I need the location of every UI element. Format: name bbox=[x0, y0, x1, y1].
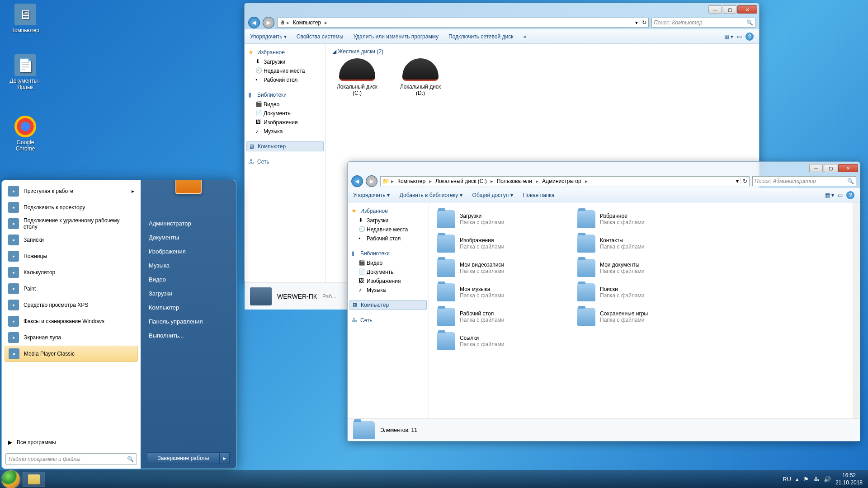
dropdown-icon[interactable]: ▾ bbox=[635, 19, 638, 26]
flag-icon[interactable]: ⚑ bbox=[803, 476, 809, 483]
start-item[interactable]: ▪Paint bbox=[5, 281, 138, 297]
folder-item[interactable]: ИзбранноеПапка с файлами bbox=[576, 207, 716, 231]
refresh-icon[interactable]: ↻ bbox=[640, 19, 646, 26]
all-programs[interactable]: ▶ Все программы bbox=[5, 434, 138, 450]
minimize-button[interactable]: — bbox=[708, 5, 722, 14]
drive-c[interactable]: Локальный диск (C:) bbox=[332, 58, 382, 96]
desktop-icon-documents[interactable]: 📄 Документы - Ярлык bbox=[8, 54, 42, 90]
preview-pane-icon[interactable]: ▭ bbox=[838, 192, 843, 198]
scrollbar[interactable] bbox=[853, 202, 860, 418]
folder-item[interactable]: СсылкиПапка с файлами bbox=[435, 329, 576, 353]
breadcrumb[interactable]: Пользователи bbox=[495, 178, 534, 184]
toolbar-overflow[interactable]: » bbox=[523, 33, 526, 40]
start-item[interactable]: ▪Ножницы bbox=[5, 248, 138, 264]
start-item[interactable]: ▪Подключение к удаленному рабочему столу bbox=[5, 216, 138, 232]
toolbar-newfolder[interactable]: Новая папка bbox=[523, 192, 555, 198]
minimize-button[interactable]: — bbox=[809, 164, 823, 172]
user-avatar[interactable] bbox=[175, 180, 202, 194]
start-right-item[interactable]: Панель управления bbox=[147, 314, 230, 328]
folder-item[interactable]: Моя музыкаПапка с файлами bbox=[435, 280, 576, 305]
sidebar-favorites[interactable]: ★Избранное bbox=[245, 47, 326, 57]
language-indicator[interactable]: RU bbox=[783, 476, 791, 483]
toolbar-mapdrive[interactable]: Подключить сетевой диск bbox=[448, 33, 513, 40]
breadcrumb[interactable]: Компьютер bbox=[396, 178, 427, 184]
sidebar-item-pictures[interactable]: 🖼Изображения bbox=[245, 118, 326, 127]
breadcrumb[interactable]: Компьютер bbox=[291, 19, 323, 26]
address-field[interactable]: 🖥 ▸ Компьютер ▸ ▾ ↻ bbox=[277, 18, 649, 28]
folder-item[interactable]: Мои видеозаписиПапка с файлами bbox=[435, 256, 576, 280]
start-item[interactable]: ▪Media Player Classic bbox=[5, 346, 138, 362]
refresh-icon[interactable]: ↻ bbox=[741, 178, 747, 184]
folder-item[interactable]: Сохраненные игрыПапка с файлами bbox=[576, 305, 716, 329]
start-right-item[interactable]: Музыка bbox=[147, 258, 230, 272]
start-item[interactable]: ▪Калькулятор bbox=[5, 264, 138, 281]
folder-item[interactable]: Рабочий столПапка с файлами bbox=[435, 305, 576, 329]
sidebar-network[interactable]: 🖧Сеть bbox=[348, 315, 429, 325]
start-item[interactable]: ▪Приступая к работе▸ bbox=[5, 183, 138, 199]
toolbar-uninstall[interactable]: Удалить или изменить программу bbox=[353, 33, 439, 40]
sidebar-computer[interactable]: 🖥Компьютер bbox=[246, 141, 324, 151]
taskbar-app-explorer[interactable] bbox=[23, 472, 45, 487]
maximize-button[interactable]: ▢ bbox=[824, 164, 837, 172]
start-item[interactable]: ▪Факсы и сканирование Windows bbox=[5, 313, 138, 329]
toolbar-properties[interactable]: Свойства системы bbox=[297, 33, 344, 40]
start-item[interactable]: ▪Средство просмотра XPS bbox=[5, 297, 138, 313]
maximize-button[interactable]: ▢ bbox=[723, 5, 736, 14]
sidebar-item-videos[interactable]: 🎬Видео bbox=[348, 258, 429, 267]
desktop-icon-chrome[interactable]: Google Chrome bbox=[8, 116, 42, 152]
start-right-item[interactable]: Компьютер bbox=[147, 300, 230, 314]
dropdown-icon[interactable]: ▾ bbox=[736, 178, 739, 184]
sidebar-libraries[interactable]: ▮Библиотеки bbox=[245, 90, 326, 100]
folder-item[interactable]: Мои документыПапка с файлами bbox=[576, 256, 716, 280]
start-search-input[interactable]: Найти программы и файлы 🔍 bbox=[5, 453, 137, 465]
search-input[interactable]: Поиск: Администратор 🔍 bbox=[752, 176, 856, 186]
folder-item[interactable]: ПоискиПапка с файлами bbox=[576, 280, 716, 305]
help-icon[interactable]: ? bbox=[846, 191, 854, 199]
help-icon[interactable]: ? bbox=[745, 33, 754, 41]
start-right-item[interactable]: Администратор bbox=[147, 216, 230, 230]
sidebar-item-documents[interactable]: 📄Документы bbox=[245, 109, 326, 118]
network-icon[interactable]: 🖧 bbox=[813, 476, 819, 483]
clock[interactable]: 16:52 21.10.2018 bbox=[835, 472, 863, 486]
volume-icon[interactable]: 🔊 bbox=[824, 476, 831, 483]
sidebar-item-desktop[interactable]: ▪Рабочий стол bbox=[348, 234, 429, 243]
address-field[interactable]: 📁 ▸ Компьютер ▸ Локальный диск (C:) ▸ По… bbox=[380, 176, 750, 186]
nav-forward-button[interactable]: ► bbox=[263, 17, 274, 28]
folder-item[interactable]: ИзображенияПапка с файлами bbox=[435, 231, 576, 256]
drive-d[interactable]: Локальный диск (D:) bbox=[396, 58, 445, 96]
sidebar-item-downloads[interactable]: ⬇Загрузки bbox=[245, 57, 326, 66]
sidebar-item-documents[interactable]: 📄Документы bbox=[348, 267, 429, 277]
breadcrumb[interactable]: Администратор bbox=[540, 178, 583, 184]
nav-back-button[interactable]: ◄ bbox=[248, 17, 260, 28]
start-right-item[interactable]: Загрузки bbox=[147, 286, 230, 300]
view-icon[interactable]: ▦ ▾ bbox=[825, 192, 834, 198]
breadcrumb[interactable]: Локальный диск (C:) bbox=[434, 178, 489, 184]
start-right-item[interactable]: Выполнить... bbox=[147, 328, 230, 343]
folder-item[interactable]: КонтактыПапка с файлами bbox=[576, 231, 716, 256]
tray-chevron-icon[interactable]: ▴ bbox=[796, 476, 799, 483]
titlebar[interactable]: — ▢ ✕ bbox=[245, 3, 759, 16]
search-input[interactable]: Поиск: Компьютер 🔍 bbox=[651, 18, 755, 28]
sidebar-item-recent[interactable]: 🕘Недавние места bbox=[348, 225, 429, 234]
start-item[interactable]: ▪Экранная лупа bbox=[5, 329, 138, 346]
titlebar[interactable]: — ▢ ✕ bbox=[348, 162, 860, 174]
sidebar-item-desktop[interactable]: ▪Рабочий стол bbox=[245, 75, 326, 84]
sidebar-item-music[interactable]: ♪Музыка bbox=[348, 286, 429, 295]
toolbar-addlib[interactable]: Добавить в библиотеку ▾ bbox=[400, 192, 462, 198]
sidebar-item-downloads[interactable]: ⬇Загрузки bbox=[348, 216, 429, 225]
sidebar-item-videos[interactable]: 🎬Видео bbox=[245, 100, 326, 109]
close-button[interactable]: ✕ bbox=[838, 164, 858, 172]
start-item[interactable]: ▪Записки bbox=[5, 232, 138, 248]
sidebar-favorites[interactable]: ★Избранное bbox=[348, 206, 429, 216]
shutdown-button[interactable]: Завершение работы bbox=[147, 452, 220, 464]
preview-pane-icon[interactable]: ▭ bbox=[737, 33, 742, 40]
folder-item[interactable]: ЗагрузкиПапка с файлами bbox=[435, 207, 576, 231]
view-icon[interactable]: ▦ ▾ bbox=[724, 33, 733, 40]
start-item[interactable]: ▪Подключить к проектору bbox=[5, 199, 138, 216]
toolbar-share[interactable]: Общий доступ ▾ bbox=[472, 192, 513, 198]
sidebar-item-recent[interactable]: 🕘Недавние места bbox=[245, 66, 326, 75]
nav-back-button[interactable]: ◄ bbox=[351, 175, 363, 187]
content-area[interactable]: ЗагрузкиПапка с файламиИзбранноеПапка с … bbox=[429, 202, 860, 418]
start-right-item[interactable]: Изображения bbox=[147, 244, 230, 258]
sidebar-computer[interactable]: 🖥Компьютер bbox=[349, 300, 427, 310]
